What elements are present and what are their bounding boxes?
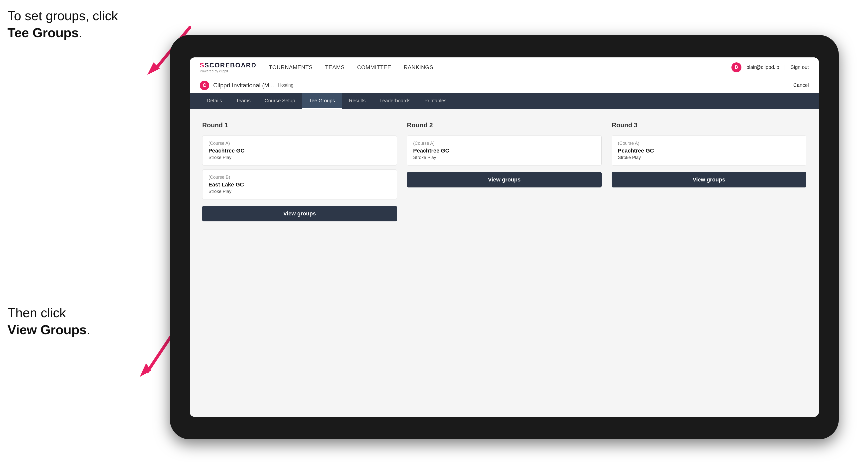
- user-email: blair@clippd.io: [746, 64, 779, 70]
- instruction-top-line1: To set groups, click: [7, 8, 118, 23]
- tournament-title: Clippd Invitational (M...: [213, 82, 274, 89]
- instruction-top-period: .: [79, 26, 82, 40]
- round-3-column: Round 3 (Course A) Peachtree GC Stroke P…: [612, 121, 806, 221]
- round-1-view-groups-button[interactable]: View groups: [202, 206, 397, 221]
- tab-navigation: Details Teams Course Setup Tee Groups Re…: [190, 93, 819, 109]
- hosting-badge: Hosting: [278, 83, 293, 88]
- round-2-column: Round 2 (Course A) Peachtree GC Stroke P…: [407, 121, 601, 221]
- round-1-course-a-card: (Course A) Peachtree GC Stroke Play: [202, 135, 397, 165]
- round-3-title: Round 3: [612, 121, 806, 129]
- sub-header: C Clippd Invitational (M... Hosting Canc…: [190, 77, 819, 93]
- round-3-course-a-card: (Course A) Peachtree GC Stroke Play: [612, 135, 806, 165]
- nav-rankings[interactable]: RANKINGS: [404, 64, 433, 71]
- round-1-title: Round 1: [202, 121, 397, 129]
- round-3-course-a-name: Peachtree GC: [618, 148, 800, 154]
- tab-printables[interactable]: Printables: [417, 93, 454, 109]
- nav-tournaments[interactable]: TOURNAMENTS: [269, 64, 313, 71]
- top-nav-links: TOURNAMENTS TEAMS COMMITTEE RANKINGS: [269, 64, 732, 71]
- logo-c: S: [200, 61, 205, 69]
- round-2-course-a-label: (Course A): [413, 141, 595, 146]
- round-1-course-b-label: (Course B): [209, 175, 391, 180]
- tablet-device: SSCOREBOARDSCOREBOARD Powered by clippit…: [170, 35, 839, 439]
- round-2-course-a-name: Peachtree GC: [413, 148, 595, 154]
- tab-course-setup[interactable]: Course Setup: [258, 93, 302, 109]
- svg-marker-3: [140, 363, 151, 377]
- round-3-course-a-label: (Course A): [618, 141, 800, 146]
- tournament-c-icon: C: [200, 81, 209, 90]
- round-1-column: Round 1 (Course A) Peachtree GC Stroke P…: [202, 121, 397, 221]
- round-1-course-a-label: (Course A): [209, 141, 391, 146]
- instruction-bottom-period: .: [87, 322, 90, 337]
- round-1-course-b-card: (Course B) East Lake GC Stroke Play: [202, 169, 397, 199]
- main-content: Round 1 (Course A) Peachtree GC Stroke P…: [190, 109, 819, 417]
- logo-area: SSCOREBOARDSCOREBOARD Powered by clippit: [200, 61, 256, 73]
- tab-teams[interactable]: Teams: [229, 93, 258, 109]
- top-navigation: SSCOREBOARDSCOREBOARD Powered by clippit…: [190, 57, 819, 77]
- user-avatar: B: [732, 62, 741, 72]
- top-nav-right: B blair@clippd.io | Sign out: [732, 62, 809, 72]
- tablet-screen: SSCOREBOARDSCOREBOARD Powered by clippit…: [190, 57, 819, 417]
- round-2-course-a-card: (Course A) Peachtree GC Stroke Play: [407, 135, 601, 165]
- tournament-name-area: C Clippd Invitational (M... Hosting: [200, 81, 293, 90]
- instruction-top-bold: Tee Groups: [7, 26, 79, 40]
- logo-sub: Powered by clippit: [200, 69, 256, 73]
- svg-line-2: [147, 335, 172, 372]
- instruction-bottom-bold: View Groups: [7, 322, 87, 337]
- round-2-title: Round 2: [407, 121, 601, 129]
- nav-committee[interactable]: COMMITTEE: [357, 64, 391, 71]
- round-1-course-b-name: East Lake GC: [209, 182, 391, 188]
- round-2-course-a-type: Stroke Play: [413, 155, 595, 160]
- sign-out-link[interactable]: Sign out: [790, 64, 809, 70]
- separator: |: [784, 64, 785, 70]
- instruction-bottom-line1: Then click: [7, 306, 66, 320]
- rounds-grid: Round 1 (Course A) Peachtree GC Stroke P…: [202, 121, 806, 221]
- tab-tee-groups[interactable]: Tee Groups: [302, 93, 342, 109]
- nav-teams[interactable]: TEAMS: [325, 64, 344, 71]
- round-1-course-a-type: Stroke Play: [209, 155, 391, 160]
- tab-results[interactable]: Results: [342, 93, 373, 109]
- instruction-top: To set groups, click Tee Groups.: [7, 7, 118, 41]
- round-2-view-groups-button[interactable]: View groups: [407, 172, 601, 187]
- round-3-view-groups-button[interactable]: View groups: [612, 172, 806, 187]
- round-1-course-b-type: Stroke Play: [209, 189, 391, 194]
- cancel-button[interactable]: Cancel: [793, 82, 809, 88]
- round-3-course-a-type: Stroke Play: [618, 155, 800, 160]
- tab-details[interactable]: Details: [200, 93, 229, 109]
- instruction-bottom: Then click View Groups.: [7, 305, 90, 338]
- logo-text: SSCOREBOARDSCOREBOARD: [200, 61, 256, 69]
- round-1-course-a-name: Peachtree GC: [209, 148, 391, 154]
- tab-leaderboards[interactable]: Leaderboards: [372, 93, 417, 109]
